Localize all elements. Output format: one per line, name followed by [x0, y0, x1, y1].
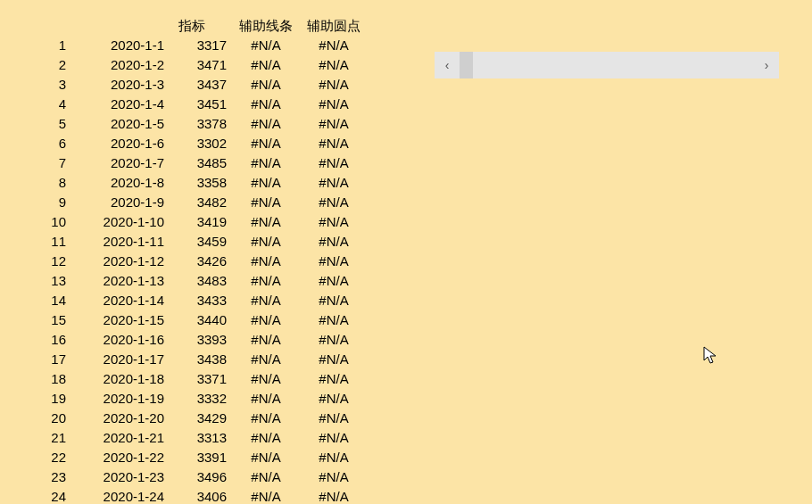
cell-index[interactable]: 2	[14, 55, 71, 75]
table-row[interactable]: 22020-1-23471#N/A#N/A	[14, 55, 368, 75]
table-row[interactable]: 222020-1-223391#N/A#N/A	[14, 448, 368, 467]
cell-aux-line[interactable]: #N/A	[232, 212, 300, 232]
cell-aux-dot[interactable]: #N/A	[300, 153, 368, 173]
cell-index[interactable]: 13	[14, 271, 71, 291]
cell-aux-line[interactable]: #N/A	[232, 389, 300, 409]
cell-aux-dot[interactable]: #N/A	[300, 173, 368, 193]
cell-metric[interactable]: 3459	[170, 232, 232, 252]
cell-index[interactable]: 20	[14, 409, 71, 428]
cell-metric[interactable]: 3440	[170, 310, 232, 330]
cell-date[interactable]: 2020-1-23	[71, 467, 170, 487]
table-row[interactable]: 202020-1-203429#N/A#N/A	[14, 409, 368, 428]
cell-metric[interactable]: 3371	[170, 369, 232, 389]
cell-aux-line[interactable]: #N/A	[232, 369, 300, 389]
cell-index[interactable]: 8	[14, 173, 71, 193]
cell-aux-line[interactable]: #N/A	[232, 173, 300, 193]
cell-aux-dot[interactable]: #N/A	[300, 467, 368, 487]
table-row[interactable]: 132020-1-133483#N/A#N/A	[14, 271, 368, 291]
cell-metric[interactable]: 3437	[170, 75, 232, 95]
cell-aux-line[interactable]: #N/A	[232, 409, 300, 428]
cell-index[interactable]: 4	[14, 95, 71, 114]
cell-aux-dot[interactable]: #N/A	[300, 448, 368, 467]
cell-aux-dot[interactable]: #N/A	[300, 212, 368, 232]
scroll-right-icon[interactable]: ›	[754, 52, 779, 78]
cell-aux-line[interactable]: #N/A	[232, 252, 300, 271]
cell-metric[interactable]: 3471	[170, 55, 232, 75]
table-row[interactable]: 182020-1-183371#N/A#N/A	[14, 369, 368, 389]
cell-aux-dot[interactable]: #N/A	[300, 232, 368, 252]
cell-aux-line[interactable]: #N/A	[232, 428, 300, 448]
cell-aux-line[interactable]: #N/A	[232, 114, 300, 134]
cell-metric[interactable]: 3378	[170, 114, 232, 134]
table-row[interactable]: 142020-1-143433#N/A#N/A	[14, 291, 368, 310]
cell-date[interactable]: 2020-1-3	[71, 75, 170, 95]
cell-index[interactable]: 19	[14, 389, 71, 409]
cell-aux-dot[interactable]: #N/A	[300, 271, 368, 291]
cell-date[interactable]: 2020-1-7	[71, 153, 170, 173]
cell-metric[interactable]: 3313	[170, 428, 232, 448]
table-row[interactable]: 12020-1-13317#N/A#N/A	[14, 36, 368, 55]
cell-aux-dot[interactable]: #N/A	[300, 389, 368, 409]
cell-aux-line[interactable]: #N/A	[232, 134, 300, 153]
cell-aux-line[interactable]: #N/A	[232, 330, 300, 350]
table-row[interactable]: 102020-1-103419#N/A#N/A	[14, 212, 368, 232]
cell-index[interactable]: 15	[14, 310, 71, 330]
table-row[interactable]: 32020-1-33437#N/A#N/A	[14, 75, 368, 95]
cell-date[interactable]: 2020-1-17	[71, 350, 170, 369]
cell-index[interactable]: 9	[14, 193, 71, 212]
cell-metric[interactable]: 3393	[170, 330, 232, 350]
cell-date[interactable]: 2020-1-8	[71, 173, 170, 193]
cell-index[interactable]: 6	[14, 134, 71, 153]
cell-index[interactable]: 3	[14, 75, 71, 95]
cell-metric[interactable]: 3391	[170, 448, 232, 467]
scrollbar-thumb[interactable]	[460, 52, 473, 78]
cell-date[interactable]: 2020-1-6	[71, 134, 170, 153]
cell-aux-dot[interactable]: #N/A	[300, 193, 368, 212]
cell-index[interactable]: 16	[14, 330, 71, 350]
cell-metric[interactable]: 3496	[170, 467, 232, 487]
cell-aux-line[interactable]: #N/A	[232, 467, 300, 487]
cell-metric[interactable]: 3429	[170, 409, 232, 428]
cell-metric[interactable]: 3317	[170, 36, 232, 55]
cell-index[interactable]: 24	[14, 487, 71, 504]
table-row[interactable]: 42020-1-43451#N/A#N/A	[14, 95, 368, 114]
cell-metric[interactable]: 3332	[170, 389, 232, 409]
cell-index[interactable]: 22	[14, 448, 71, 467]
cell-date[interactable]: 2020-1-9	[71, 193, 170, 212]
table-row[interactable]: 72020-1-73485#N/A#N/A	[14, 153, 368, 173]
cell-aux-line[interactable]: #N/A	[232, 487, 300, 504]
cell-aux-dot[interactable]: #N/A	[300, 330, 368, 350]
table-row[interactable]: 92020-1-93482#N/A#N/A	[14, 193, 368, 212]
cell-aux-line[interactable]: #N/A	[232, 193, 300, 212]
table-row[interactable]: 162020-1-163393#N/A#N/A	[14, 330, 368, 350]
cell-metric[interactable]: 3483	[170, 271, 232, 291]
cell-aux-dot[interactable]: #N/A	[300, 55, 368, 75]
cell-aux-dot[interactable]: #N/A	[300, 350, 368, 369]
cell-aux-line[interactable]: #N/A	[232, 36, 300, 55]
cell-index[interactable]: 14	[14, 291, 71, 310]
cell-date[interactable]: 2020-1-15	[71, 310, 170, 330]
cell-date[interactable]: 2020-1-18	[71, 369, 170, 389]
cell-index[interactable]: 11	[14, 232, 71, 252]
cell-index[interactable]: 1	[14, 36, 71, 55]
table-row[interactable]: 232020-1-233496#N/A#N/A	[14, 467, 368, 487]
cell-metric[interactable]: 3406	[170, 487, 232, 504]
cell-date[interactable]: 2020-1-16	[71, 330, 170, 350]
cell-metric[interactable]: 3451	[170, 95, 232, 114]
cell-index[interactable]: 7	[14, 153, 71, 173]
cell-aux-dot[interactable]: #N/A	[300, 409, 368, 428]
cell-index[interactable]: 12	[14, 252, 71, 271]
cell-date[interactable]: 2020-1-12	[71, 252, 170, 271]
cell-aux-line[interactable]: #N/A	[232, 271, 300, 291]
cell-aux-dot[interactable]: #N/A	[300, 369, 368, 389]
cell-aux-line[interactable]: #N/A	[232, 232, 300, 252]
cell-date[interactable]: 2020-1-24	[71, 487, 170, 504]
table-row[interactable]: 242020-1-243406#N/A#N/A	[14, 487, 368, 504]
cell-aux-dot[interactable]: #N/A	[300, 114, 368, 134]
cell-date[interactable]: 2020-1-5	[71, 114, 170, 134]
cell-date[interactable]: 2020-1-14	[71, 291, 170, 310]
cell-aux-line[interactable]: #N/A	[232, 448, 300, 467]
table-row[interactable]: 82020-1-83358#N/A#N/A	[14, 173, 368, 193]
cell-aux-line[interactable]: #N/A	[232, 310, 300, 330]
cell-metric[interactable]: 3419	[170, 212, 232, 232]
